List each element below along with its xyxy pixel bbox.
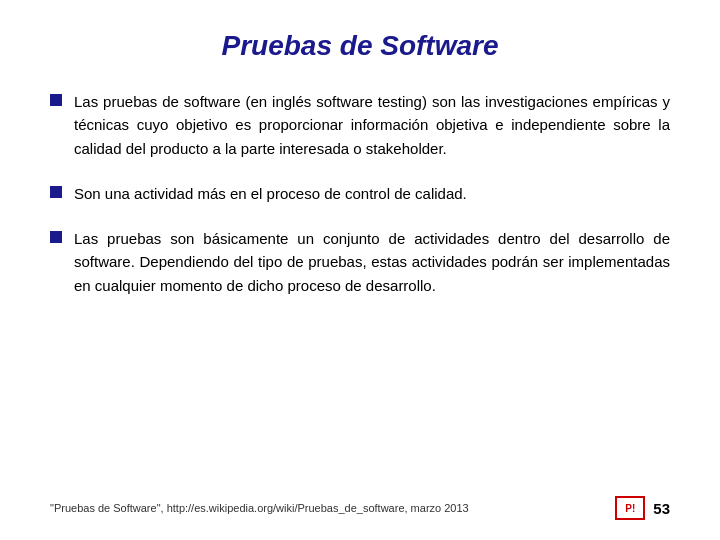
footer-citation: "Pruebas de Software", http://es.wikiped… — [50, 502, 469, 514]
bullet-text-3: Las pruebas son básicamente un conjunto … — [74, 227, 670, 297]
bullet-square-3 — [50, 231, 62, 243]
content-area: Las pruebas de software (en inglés softw… — [50, 90, 670, 478]
slide-title: Pruebas de Software — [50, 30, 670, 62]
footer: "Pruebas de Software", http://es.wikiped… — [50, 488, 670, 520]
footer-page-number: 53 — [653, 500, 670, 517]
bullet-text-1: Las pruebas de software (en inglés softw… — [74, 90, 670, 160]
bullet-text-2: Son una actividad más en el proceso de c… — [74, 182, 670, 205]
footer-logo: P! — [615, 496, 645, 520]
bullet-square-1 — [50, 94, 62, 106]
bullet-item-3: Las pruebas son básicamente un conjunto … — [50, 227, 670, 297]
footer-right: P! 53 — [615, 496, 670, 520]
slide: Pruebas de Software Las pruebas de softw… — [0, 0, 720, 540]
bullet-square-2 — [50, 186, 62, 198]
bullet-item-2: Son una actividad más en el proceso de c… — [50, 182, 670, 205]
bullet-item-1: Las pruebas de software (en inglés softw… — [50, 90, 670, 160]
